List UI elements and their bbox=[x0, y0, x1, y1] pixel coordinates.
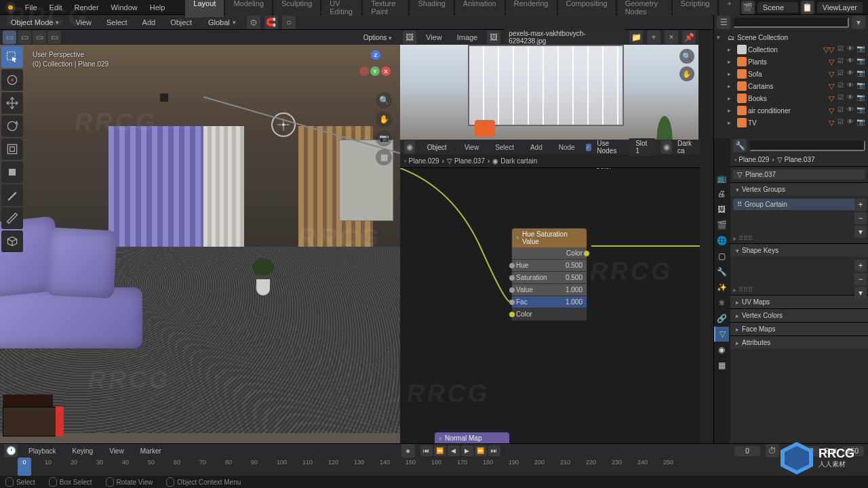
bc-mesh[interactable]: ▽ Plane.037 bbox=[447, 157, 485, 165]
orientation-dropdown[interactable]: Global ▾ bbox=[201, 17, 243, 28]
node-fac[interactable]: Fac1.000 bbox=[512, 296, 587, 308]
bc-object[interactable]: ▫ Plane.029 bbox=[404, 157, 439, 165]
jump-start-button[interactable]: ⏮ bbox=[420, 445, 433, 456]
img-zoom-icon[interactable]: 🔍 bbox=[679, 49, 694, 64]
vg-add-button[interactable]: + bbox=[854, 199, 867, 211]
sk-remove-button[interactable]: − bbox=[854, 273, 867, 285]
viewlayer-icon[interactable]: 📋 bbox=[801, 1, 814, 14]
prop-tab-viewlayer[interactable]: 🖼 bbox=[714, 202, 729, 217]
keyframe-next-button[interactable]: ⏩ bbox=[475, 445, 487, 456]
use-nodes-checkbox[interactable]: ✓ bbox=[586, 144, 592, 151]
tool-measure[interactable] bbox=[1, 207, 23, 229]
prop-tab-output[interactable]: 🖨 bbox=[714, 186, 729, 201]
face-maps-header[interactable]: ▸Face Maps bbox=[730, 323, 868, 336]
gizmo-x[interactable]: X bbox=[381, 66, 391, 76]
tab-texture[interactable]: Texture Paint bbox=[363, 0, 408, 18]
hdr-add[interactable]: Add bbox=[137, 17, 161, 28]
shader-select[interactable]: Select bbox=[490, 142, 519, 152]
tab-rendering[interactable]: Rendering bbox=[506, 0, 557, 18]
img-view[interactable]: View bbox=[420, 32, 448, 43]
shader-type-icon[interactable]: ◉ bbox=[404, 140, 415, 154]
outliner-filter-icon[interactable]: ▾ bbox=[852, 16, 865, 29]
scene-name-field[interactable]: Scene bbox=[757, 2, 798, 13]
uv-maps-header[interactable]: ▸UV Maps bbox=[730, 296, 868, 308]
select-extend-icon[interactable]: ▭ bbox=[18, 30, 31, 44]
img-new-icon[interactable]: + bbox=[647, 30, 660, 44]
tab-uv[interactable]: UV Editing bbox=[321, 0, 361, 18]
sk-add-button[interactable]: + bbox=[854, 260, 867, 272]
jump-end-button[interactable]: ⏭ bbox=[488, 445, 500, 456]
play-button[interactable]: ▶ bbox=[461, 445, 473, 456]
tool-move[interactable] bbox=[1, 92, 23, 114]
bc-material[interactable]: ◉ Dark cartain bbox=[492, 157, 537, 165]
prop-tab-texture[interactable]: ▦ bbox=[714, 358, 729, 373]
img-browse-icon[interactable]: 📁 bbox=[629, 30, 643, 44]
sk-menu-button[interactable]: ▾ bbox=[854, 287, 867, 299]
tree-books[interactable]: ▸ Books ▽ ☑👁📷 bbox=[714, 92, 868, 104]
shader-object-dropdown[interactable]: Object bbox=[420, 142, 454, 152]
timeline-type-icon[interactable]: 🕐 bbox=[4, 444, 18, 458]
properties-search[interactable] bbox=[749, 140, 865, 151]
vertex-group-item[interactable]: ⠿ Group Cartain bbox=[733, 199, 865, 210]
tool-rotate[interactable] bbox=[1, 115, 23, 137]
tool-cursor[interactable] bbox=[1, 69, 23, 91]
prop-tab-physics[interactable]: ⚛ bbox=[714, 296, 729, 310]
vertex-colors-header[interactable]: ▸Vertex Colors bbox=[730, 309, 868, 322]
menu-edit[interactable]: Edit bbox=[44, 2, 68, 13]
hdr-select[interactable]: Select bbox=[101, 17, 133, 28]
autokey-icon[interactable]: ● bbox=[401, 444, 415, 458]
material-name[interactable]: Dark ca bbox=[677, 140, 696, 155]
shader-node[interactable]: Node bbox=[553, 142, 580, 152]
normal-map-node[interactable]: ▾Normal Map bbox=[434, 432, 510, 443]
prop-tab-world[interactable]: 🌐 bbox=[714, 233, 729, 248]
tab-scripting[interactable]: Scripting bbox=[673, 0, 718, 18]
camera-icon[interactable]: 📷 bbox=[376, 130, 392, 146]
menu-file[interactable]: File bbox=[20, 2, 43, 13]
preview-range-icon[interactable]: ⏱ bbox=[766, 444, 779, 458]
prop-tab-material[interactable]: ◉ bbox=[714, 342, 729, 357]
node-title[interactable]: ▾Hue Saturation Value bbox=[512, 228, 587, 247]
node-canvas[interactable]: • Color ▾Hue Saturation Value Color Hue0… bbox=[400, 168, 700, 443]
prop-tab-scene[interactable]: 🎬 bbox=[714, 218, 729, 232]
perspective-icon[interactable]: ▦ bbox=[376, 149, 392, 165]
vg-remove-button[interactable]: − bbox=[854, 212, 867, 224]
nav-gizmo[interactable]: Z X Y bbox=[359, 50, 392, 83]
tl-playback[interactable]: Playback bbox=[23, 446, 62, 456]
tl-view[interactable]: View bbox=[104, 446, 130, 456]
prop-bc-b[interactable]: ▽ Plane.037 bbox=[777, 156, 815, 163]
outliner-type-icon[interactable]: ☰ bbox=[717, 16, 730, 29]
img-pan-icon[interactable]: ✋ bbox=[679, 66, 694, 81]
pan-icon[interactable]: ✋ bbox=[376, 111, 392, 127]
zoom-icon[interactable]: 🔍 bbox=[376, 92, 392, 108]
proportional-icon[interactable]: ○ bbox=[282, 16, 296, 29]
attributes-header[interactable]: ▸Attributes bbox=[730, 336, 868, 349]
tree-scene-collection[interactable]: ▾ 🗂 Scene Collection bbox=[714, 31, 868, 43]
snap-icon[interactable]: 🧲 bbox=[264, 16, 278, 29]
shape-keys-header[interactable]: ▾Shape Keys bbox=[730, 244, 868, 257]
image-filename-field[interactable]: pexels-max-vakhtbovych-6284238.jpg bbox=[505, 28, 625, 46]
vg-menu-button[interactable]: ▾ bbox=[854, 226, 867, 238]
prop-tab-modifier[interactable]: 🔧 bbox=[714, 264, 729, 279]
tab-animation[interactable]: Animation bbox=[455, 0, 505, 18]
img-pin-icon[interactable]: 📌 bbox=[682, 30, 696, 44]
tab-geonodes[interactable]: Geometry Nodes bbox=[617, 0, 671, 18]
hdr-object[interactable]: Object bbox=[165, 17, 197, 28]
tab-sculpting[interactable]: Sculpting bbox=[273, 0, 320, 18]
hue-saturation-node[interactable]: ▾Hue Saturation Value Color Hue0.500 Sat… bbox=[511, 228, 587, 321]
current-frame-field[interactable]: 0 bbox=[734, 446, 760, 456]
tab-modeling[interactable]: Modeling bbox=[225, 0, 272, 18]
img-image[interactable]: Image bbox=[452, 32, 484, 43]
timeline-track[interactable]: 0 01020304050607080901001101201301401501… bbox=[0, 458, 868, 476]
slot-dropdown[interactable]: Slot 1 bbox=[629, 138, 656, 156]
options-dropdown[interactable]: Options ▾ bbox=[358, 33, 397, 43]
tool-add-cube[interactable] bbox=[1, 230, 23, 252]
select-box-icon[interactable]: ▭ bbox=[3, 30, 16, 44]
shader-view[interactable]: View bbox=[459, 142, 485, 152]
outliner-search[interactable] bbox=[733, 17, 849, 28]
tab-layout[interactable]: Layout bbox=[185, 0, 224, 18]
select-subtract-icon[interactable]: ▭ bbox=[33, 30, 46, 44]
tool-annotate[interactable] bbox=[1, 184, 23, 206]
prop-tab-object[interactable]: ▢ bbox=[714, 249, 729, 264]
menu-help[interactable]: Help bbox=[144, 2, 171, 13]
prop-bc-a[interactable]: ▫ Plane.029 bbox=[734, 156, 769, 163]
